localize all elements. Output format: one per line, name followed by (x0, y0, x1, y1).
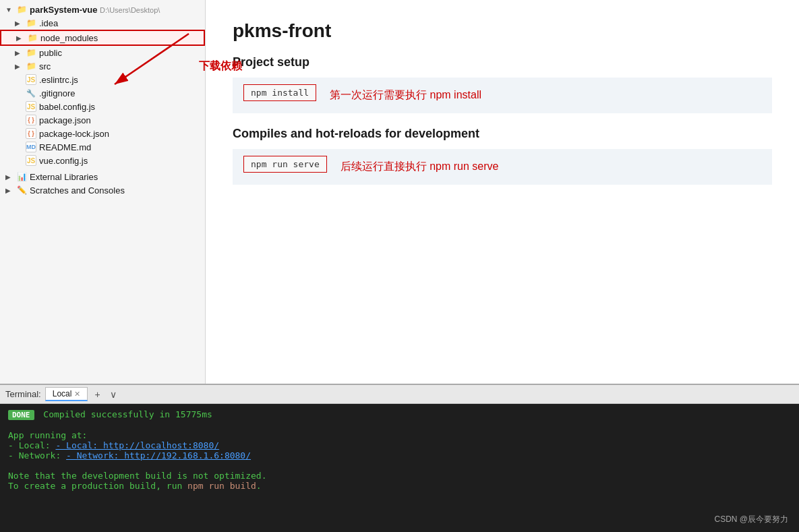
tree-arrow-root (5, 6, 15, 13)
section-project-setup: Project setup npm install 第一次运行需要执行 npm … (233, 55, 772, 113)
tree-item-readme[interactable]: MD README.md (0, 140, 205, 154)
tree-item-root[interactable]: 📁 parkSystem-vue D:\Users\Desktop\ (0, 3, 205, 16)
tree-label-eslintrc: .eslintrc.js (39, 75, 78, 85)
watermark: CSDN @辰今要努力 (714, 514, 788, 525)
tree-item-ext-libs[interactable]: 📊 External Libraries (0, 170, 205, 183)
tree-label-src: src (39, 61, 51, 71)
tree-arrow-src (15, 63, 24, 70)
content-panel: pkms-front Project setup npm install 第一次… (206, 0, 799, 384)
terminal-add-button[interactable]: + (92, 389, 102, 400)
npm-run-build: npm run build (187, 481, 256, 491)
local-url[interactable]: - Local: http://localhost:8080/ (55, 440, 219, 450)
terminal-line4: Note that the development build is not o… (8, 471, 791, 481)
terminal-line3: - Network: - Network: http://192.168.1.6… (8, 450, 791, 461)
command2-block: npm run serve (243, 156, 327, 173)
tree-label-vueconfig: vue.config.js (39, 156, 88, 166)
tree-label-scratches: Scratches and Consoles (30, 185, 125, 196)
tree-label-node-modules: node_modules (40, 33, 98, 43)
network-url[interactable]: - Network: http://192.168.1.6:8080/ (66, 450, 251, 461)
tree-item-package[interactable]: { } package.json (0, 113, 205, 127)
git-icon-gitignore: 🔧 (26, 88, 36, 98)
terminal-line2: - Local: - Local: http://localhost:8080/ (8, 440, 791, 450)
tree-item-gitignore[interactable]: 🔧 .gitignore (0, 86, 205, 100)
folder-icon-root: 📁 (16, 4, 27, 15)
tree-arrow-public (15, 49, 24, 57)
terminal-title: Terminal: (5, 389, 41, 399)
tree-arrow-scratches (5, 187, 15, 194)
section-compiles: Compiles and hot-reloads for development… (233, 127, 772, 185)
tree-label-gitignore: .gitignore (39, 88, 75, 98)
tree-arrow-idea (15, 20, 24, 27)
terminal-tab-local[interactable]: Local ✕ (45, 387, 88, 401)
js-icon-eslintrc: JS (26, 74, 36, 85)
command1-block: npm install (243, 84, 316, 101)
tree-item-vueconfig[interactable]: JS vue.config.js (0, 154, 205, 167)
section2-row: npm run serve 后续运行直接执行 npm run serve (233, 149, 772, 185)
tree-item-packagelock[interactable]: { } package-lock.json (0, 127, 205, 140)
folder-icon-src: 📁 (26, 61, 36, 71)
tree-label-babel: babel.config.js (39, 102, 95, 112)
tree-label-public: public (39, 48, 62, 58)
tree-label-idea: .idea (39, 18, 58, 28)
tree-label-readme: README.md (39, 142, 91, 152)
tree-arrow-ext-libs (5, 173, 15, 181)
done-badge: DONE (8, 410, 34, 420)
terminal-panel: Terminal: Local ✕ + ∨ DONE Compiled succ… (0, 384, 799, 532)
tree-item-babel[interactable]: JS babel.config.js (0, 100, 205, 113)
md-icon-readme: MD (26, 142, 36, 152)
project-title: pkms-front (233, 20, 772, 42)
tree-label-packagelock: package-lock.json (39, 129, 109, 139)
tree-item-scratches[interactable]: ✏️ Scratches and Consoles (0, 183, 205, 197)
scratch-icon: ✏️ (16, 185, 27, 196)
js-icon-babel: JS (26, 101, 36, 112)
terminal-line5: To create a production build, run npm ru… (8, 481, 791, 491)
tree-label-ext-libs: External Libraries (30, 172, 98, 182)
terminal-dropdown-button[interactable]: ∨ (107, 389, 119, 400)
json-icon-package: { } (26, 115, 36, 125)
folder-icon-public: 📁 (26, 47, 36, 58)
annotation2-text: 后续运行直接执行 npm run serve (341, 160, 499, 174)
tree-item-src[interactable]: 📁 src (0, 59, 205, 73)
tree-label-root: parkSystem-vue D:\Users\Desktop\ (30, 5, 160, 15)
terminal-tab-label: Local (53, 389, 72, 398)
tree-item-eslintrc[interactable]: JS .eslintrc.js (0, 73, 205, 86)
tree-item-node-modules[interactable]: 📁 node_modules (0, 30, 205, 46)
tree-label-package: package.json (39, 115, 91, 125)
compiled-msg: Compiled successfully in 15775ms (38, 409, 212, 419)
terminal-done-line: DONE Compiled successfully in 15775ms (8, 409, 791, 420)
terminal-body[interactable]: DONE Compiled successfully in 15775ms Ap… (0, 404, 799, 532)
folder-icon-idea: 📁 (26, 18, 36, 28)
json-icon-packagelock: { } (26, 128, 36, 139)
js-icon-vueconfig: JS (26, 155, 36, 166)
terminal-header: Terminal: Local ✕ + ∨ (0, 385, 799, 404)
terminal-line1: App running at: (8, 430, 791, 440)
tree-item-idea[interactable]: 📁 .idea (0, 16, 205, 30)
annotation1-text: 第一次运行需要执行 npm install (330, 88, 481, 102)
section1-heading: Project setup (233, 55, 772, 69)
terminal-close-icon[interactable]: ✕ (74, 390, 80, 398)
section2-heading: Compiles and hot-reloads for development (233, 127, 772, 141)
libs-icon: 📊 (16, 171, 27, 182)
file-tree[interactable]: 📁 parkSystem-vue D:\Users\Desktop\ 📁 .id… (0, 0, 206, 384)
tree-item-public[interactable]: 📁 public (0, 46, 205, 59)
tree-arrow-node-modules (16, 34, 26, 42)
section1-row: npm install 第一次运行需要执行 npm install (233, 78, 772, 113)
folder-icon-node-modules: 📁 (27, 32, 38, 43)
